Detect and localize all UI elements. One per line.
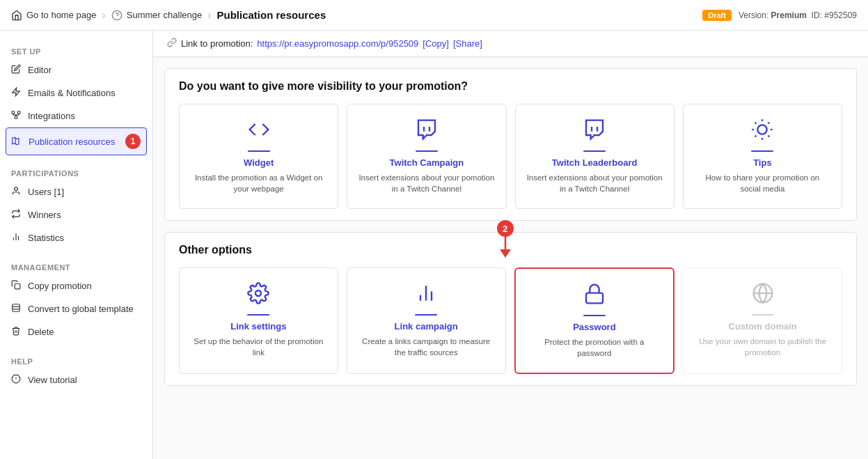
svg-line-29: [755, 123, 757, 124]
svg-rect-16: [13, 304, 20, 312]
home-link[interactable]: Go to home page: [11, 10, 96, 21]
link-settings-desc: Set up the behavior of the promotion lin…: [191, 336, 326, 358]
share-link-action[interactable]: [Share]: [453, 38, 482, 49]
twitch-leaderboard-desc: Insert extensions about your pomotion in…: [527, 172, 663, 194]
annotation-2-circle: 2: [497, 220, 514, 237]
link-settings-name: Link settings: [230, 321, 286, 332]
password-card[interactable]: Password Protect the promotion with a pa…: [514, 267, 675, 374]
sidebar-item-tutorial[interactable]: View tutorial: [0, 368, 152, 391]
link-campaign-card[interactable]: Link campaign Create a links campaign to…: [347, 267, 506, 374]
participations-section-title: Participations: [0, 164, 152, 180]
custom-domain-name: Custom domain: [729, 321, 797, 332]
copy-label: Copy promotion: [28, 281, 92, 291]
twitch-leaderboard-name: Twitch Leaderboard: [552, 157, 638, 168]
tips-card[interactable]: Tips How to share your promotion on soci…: [683, 104, 842, 209]
copy-link-action[interactable]: [Copy]: [423, 38, 449, 49]
tutorial-icon: [11, 374, 21, 386]
twitch-campaign-icon: [416, 118, 438, 141]
home-icon: [11, 10, 22, 21]
sidebar-item-statistics[interactable]: Statistics: [0, 226, 152, 249]
twitch-leaderboard-icon: [583, 118, 606, 141]
sidebar-item-global[interactable]: Convert to global template: [0, 297, 152, 320]
copy-icon: [11, 280, 21, 292]
svg-rect-41: [586, 293, 603, 304]
twitch-campaign-name: Twitch Campaign: [390, 157, 464, 168]
visibility-title: Do you want to give more visibility to y…: [179, 80, 842, 93]
draft-badge: Draft: [702, 10, 732, 21]
custom-domain-card: Custom domain Use your own domain to pub…: [683, 267, 842, 374]
visibility-cards-grid: Widget Install the promotion as a Widget…: [179, 104, 842, 209]
version-info: Version: Premium ID: #952509: [739, 10, 857, 20]
sidebar-item-copy[interactable]: Copy promotion: [0, 274, 152, 297]
emails-label: Emails & Notifications: [28, 88, 116, 98]
statistics-label: Statistics: [28, 233, 64, 243]
svg-rect-15: [15, 283, 20, 289]
twitch-leaderboard-card[interactable]: Twitch Leaderboard Insert extensions abo…: [515, 104, 674, 209]
delete-icon: [11, 326, 21, 338]
twitch-campaign-card[interactable]: Twitch Campaign Insert extensions about …: [347, 104, 506, 209]
other-options-cards-grid: Link settings Set up the behavior of the…: [179, 267, 842, 374]
password-icon: [583, 283, 606, 305]
twitch-campaign-desc: Insert extensions about your pomotion in…: [358, 172, 494, 194]
link-settings-divider: [247, 314, 269, 316]
project-name[interactable]: Summer challenge: [127, 10, 202, 20]
sidebar: Set up Editor Emails & Notifications Int…: [0, 31, 153, 459]
help-section-title: Help: [0, 352, 152, 368]
tips-name: Tips: [753, 157, 772, 168]
setup-section-title: Set up: [0, 42, 152, 59]
tips-icon: [751, 118, 773, 141]
svg-rect-3: [12, 111, 15, 114]
link-campaign-desc: Create a links campaign to measure the t…: [358, 336, 494, 358]
layout: Set up Editor Emails & Notifications Int…: [0, 31, 868, 459]
custom-domain-divider: [752, 314, 774, 316]
help-icon: [111, 10, 123, 21]
integrations-label: Integrations: [28, 111, 75, 121]
sidebar-item-editor[interactable]: Editor: [0, 59, 152, 81]
sidebar-annotation-1: 1: [125, 134, 141, 149]
link-campaign-name: Link campaign: [395, 321, 458, 332]
svg-line-33: [755, 135, 757, 137]
custom-domain-icon: [752, 282, 774, 304]
password-divider: [583, 315, 606, 316]
sidebar-item-emails[interactable]: Emails & Notifications: [0, 81, 152, 104]
widget-divider: [248, 150, 270, 152]
svg-point-37: [255, 290, 261, 296]
topnav-left: Go to home page › Summer challenge › Pub…: [11, 9, 326, 22]
home-label: Go to home page: [26, 10, 96, 20]
winners-label: Winners: [28, 210, 61, 220]
winners-icon: [11, 209, 21, 221]
topnav-right: Draft Version: Premium ID: #952509: [702, 10, 857, 21]
delete-label: Delete: [28, 327, 54, 337]
topnav: Go to home page › Summer challenge › Pub…: [0, 0, 868, 31]
link-icon: [167, 38, 177, 49]
twitch-leaderboard-divider: [583, 150, 606, 152]
management-section-title: Management: [0, 258, 152, 274]
topnav-separator: ›: [102, 9, 105, 22]
sidebar-item-winners[interactable]: Winners: [0, 203, 152, 226]
sidebar-item-publication[interactable]: Publication resources 1: [6, 127, 147, 155]
topnav-project: Summer challenge: [111, 10, 202, 21]
sidebar-item-users[interactable]: Users [1]: [0, 180, 152, 203]
tips-divider: [751, 150, 773, 152]
annotation-2-arrow: [497, 237, 514, 258]
publication-icon: [12, 136, 22, 148]
link-settings-card[interactable]: Link settings Set up the behavior of the…: [179, 267, 338, 374]
editor-icon: [11, 64, 21, 76]
users-label: Users [1]: [28, 187, 64, 197]
promotion-url[interactable]: https://pr.easypromosapp.com/p/952509: [257, 38, 418, 49]
integrations-icon: [11, 110, 21, 122]
svg-rect-4: [17, 111, 20, 114]
global-icon: [11, 303, 21, 315]
widget-card[interactable]: Widget Install the promotion as a Widget…: [179, 104, 338, 209]
custom-domain-desc: Use your own domain to publish the promo…: [695, 336, 830, 358]
password-name: Password: [573, 322, 615, 332]
page-title: Publication resources: [217, 9, 326, 21]
sidebar-item-delete[interactable]: Delete: [0, 320, 152, 343]
annotation-2-container: 2: [497, 220, 514, 258]
other-options-section: 2 Other options Link: [164, 232, 857, 386]
svg-marker-36: [500, 249, 511, 258]
editor-label: Editor: [28, 65, 52, 75]
tips-desc: How to share your promotion on social me…: [695, 172, 830, 194]
svg-marker-2: [13, 88, 20, 96]
sidebar-item-integrations[interactable]: Integrations: [0, 104, 152, 127]
